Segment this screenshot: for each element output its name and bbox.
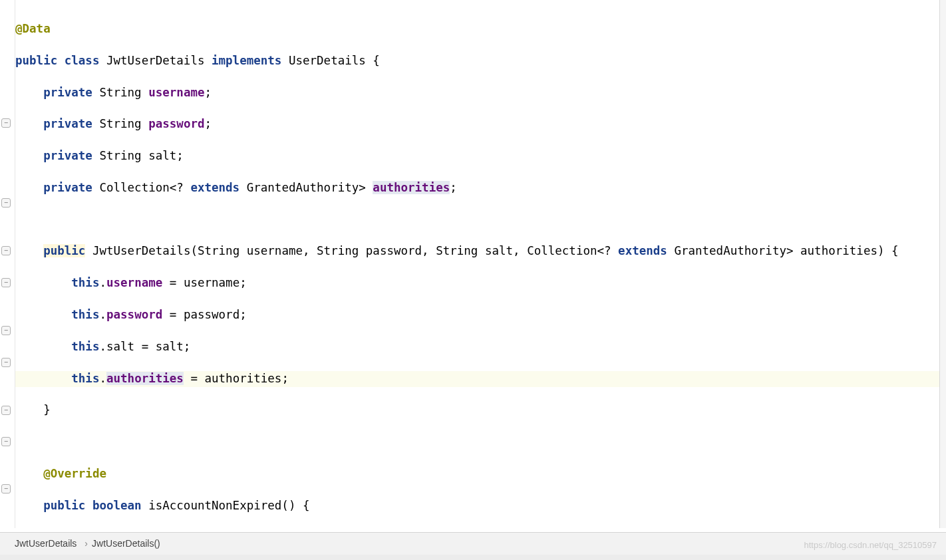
code-line[interactable]: [15, 434, 946, 450]
code-line[interactable]: private Collection<? extends GrantedAuth…: [15, 180, 946, 196]
gutter[interactable]: [0, 0, 15, 528]
fold-toggle-icon[interactable]: [1, 198, 11, 208]
current-line[interactable]: this.authorities = authorities;: [15, 371, 946, 387]
fold-toggle-icon[interactable]: [1, 118, 11, 128]
marker-bar[interactable]: [939, 0, 946, 528]
fold-toggle-icon[interactable]: [1, 358, 11, 367]
breadcrumb-item[interactable]: JwtUserDetails(): [92, 536, 160, 552]
fold-toggle-icon[interactable]: [1, 326, 11, 335]
code-line[interactable]: private String password;: [15, 116, 946, 132]
code-line[interactable]: public class JwtUserDetails implements U…: [15, 53, 946, 69]
highlighted-identifier: authorities: [106, 372, 184, 385]
code-line[interactable]: private String salt;: [15, 148, 946, 164]
code-line[interactable]: @Override: [15, 466, 946, 482]
fold-toggle-icon[interactable]: [1, 278, 11, 287]
chevron-right-icon: ›: [84, 536, 88, 552]
highlighted-identifier: authorities: [373, 181, 450, 194]
fold-toggle-icon[interactable]: [1, 246, 11, 255]
fold-toggle-icon[interactable]: [1, 484, 11, 493]
code-line[interactable]: this.username = username;: [15, 275, 946, 291]
code-line[interactable]: this.password = password;: [15, 307, 946, 323]
code-line[interactable]: private String username;: [15, 85, 946, 101]
editor-container: @Data public class JwtUserDetails implem…: [0, 0, 946, 528]
code-line[interactable]: @Data: [15, 21, 946, 37]
code-line[interactable]: [15, 212, 946, 228]
tool-window-bar[interactable]: [0, 555, 946, 560]
code-line[interactable]: public boolean isAccountNonExpired() {: [15, 498, 946, 514]
fold-toggle-icon[interactable]: [1, 437, 11, 446]
code-line[interactable]: this.salt = salt;: [15, 339, 946, 355]
breadcrumb-item[interactable]: JwtUserDetails: [15, 536, 77, 552]
code-line[interactable]: public JwtUserDetails(String username, S…: [15, 243, 946, 259]
code-area[interactable]: @Data public class JwtUserDetails implem…: [15, 0, 946, 528]
watermark: https://blog.csdn.net/qq_32510597: [804, 537, 937, 553]
fold-toggle-icon[interactable]: [1, 406, 11, 415]
code-line[interactable]: }: [15, 402, 946, 418]
annotation: @Data: [15, 22, 51, 35]
